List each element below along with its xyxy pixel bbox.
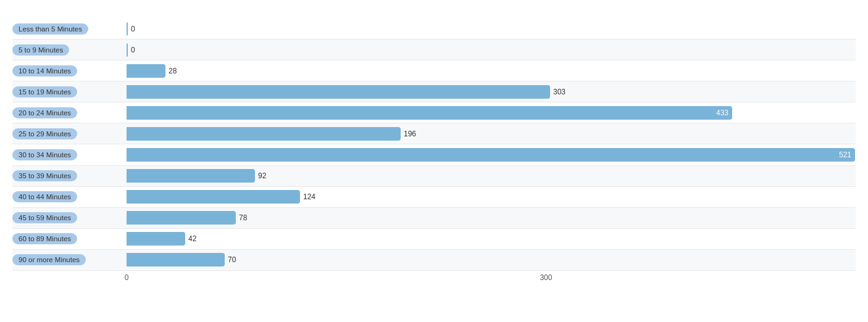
bar [127,232,185,246]
label-pill: Less than 5 Minutes [12,23,88,35]
bar: 433 [127,106,732,120]
bar-value: 78 [239,213,247,222]
bar-row: 90 or more Minutes70 [12,250,856,271]
bar-value: 521 [839,151,851,159]
bar-value: 196 [404,130,416,138]
axis-value-label: 300 [540,273,552,282]
bar-value: 433 [716,109,728,117]
label-pill: 60 to 89 Minutes [12,233,77,244]
bar [127,211,236,225]
bar-row: 30 to 34 Minutes521 [12,144,856,165]
bar-section: 92 [127,167,856,185]
bar-row: 15 to 19 Minutes303 [12,81,856,102]
bar-section: 42 [127,230,856,248]
bar-section: 70 [127,251,856,269]
bar-section: 28 [127,62,856,80]
bar-section: 0 [127,41,856,59]
bar-row: 35 to 39 Minutes92 [12,166,856,187]
bar-section: 78 [127,209,856,227]
label-pill: 20 to 24 Minutes [12,107,77,118]
bar [127,22,128,36]
label-pill: 15 to 19 Minutes [12,86,77,97]
bar-value: 28 [169,67,177,75]
bar-label: 25 to 29 Minutes [12,128,127,139]
bar-label: 20 to 24 Minutes [12,107,127,118]
axis-labels: 0300600 [127,273,856,284]
bar-row: 25 to 29 Minutes196 [12,123,856,144]
bar-row: 60 to 89 Minutes42 [12,229,856,250]
bar-value: 0 [131,46,135,54]
bar: 521 [127,148,855,162]
bar-label: 60 to 89 Minutes [12,233,127,244]
bar-label: 90 or more Minutes [12,254,127,265]
label-pill: 45 to 59 Minutes [12,212,77,223]
label-pill: 35 to 39 Minutes [12,170,77,181]
bar [127,43,128,57]
bar-value: 124 [303,192,315,201]
bar-row: 45 to 59 Minutes78 [12,208,856,229]
bar [127,253,225,266]
label-pill: 40 to 44 Minutes [12,191,77,202]
bar-section: 303 [127,83,856,101]
bar [127,127,401,141]
bar-section: 433 [127,104,856,122]
bar-value: 303 [553,88,565,96]
bar [127,169,255,183]
bar-label: 5 to 9 Minutes [12,44,127,56]
label-pill: 10 to 14 Minutes [12,65,77,76]
chart-area: Less than 5 Minutes05 to 9 Minutes010 to… [12,19,856,271]
bar-section: 196 [127,125,856,142]
bar-label: 15 to 19 Minutes [12,86,127,97]
bar-label: Less than 5 Minutes [12,23,127,35]
bar-value: 0 [131,25,135,33]
bar-row: 5 to 9 Minutes0 [12,39,856,60]
label-pill: 5 to 9 Minutes [12,44,69,56]
bar-row: Less than 5 Minutes0 [12,19,856,39]
bar-label: 40 to 44 Minutes [12,191,127,202]
bar-label: 45 to 59 Minutes [12,212,127,223]
bar-section: 0 [127,20,856,38]
bar-row: 20 to 24 Minutes433 [12,102,856,123]
bar-section: 124 [127,188,856,206]
bar [127,85,550,99]
label-pill: 30 to 34 Minutes [12,149,77,160]
bar-value: 42 [188,234,196,243]
label-pill: 90 or more Minutes [12,254,86,265]
axis-value-label: 0 [125,273,129,282]
bar-row: 10 to 14 Minutes28 [12,60,856,81]
bar-label: 10 to 14 Minutes [12,65,127,76]
bar-section: 521 [127,146,856,163]
chart-container: Less than 5 Minutes05 to 9 Minutes010 to… [0,0,868,322]
bar-value: 70 [228,255,236,264]
bar [127,64,165,78]
bar-row: 40 to 44 Minutes124 [12,187,856,208]
axis-row: 0300600 [12,273,856,284]
bar [127,190,300,204]
bar-value: 92 [258,171,266,180]
bar-label: 35 to 39 Minutes [12,170,127,181]
bar-label: 30 to 34 Minutes [12,149,127,160]
label-pill: 25 to 29 Minutes [12,128,77,139]
